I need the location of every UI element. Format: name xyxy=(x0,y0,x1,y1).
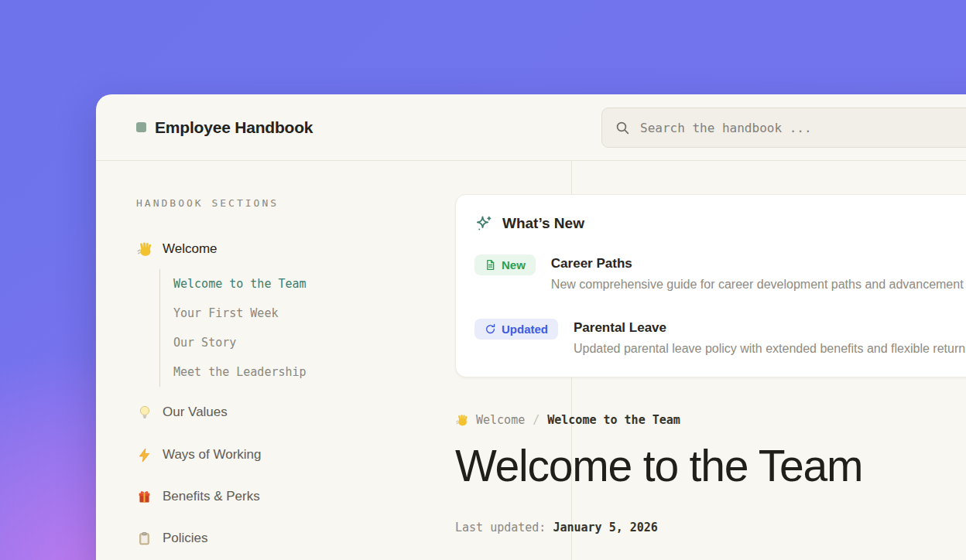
whats-new-item[interactable]: New Career Paths New comprehensive guide… xyxy=(474,256,966,292)
clipboard-icon xyxy=(136,531,152,547)
app-header: Employee Handbook xyxy=(96,94,966,161)
sidebar-item-label: Policies xyxy=(163,531,208,546)
sidebar-item-label: Our Values xyxy=(163,405,228,420)
sidebar-item-ways-of-working[interactable]: Ways of Working xyxy=(136,446,262,464)
main-content: What’s New New xyxy=(455,194,966,534)
breadcrumb-separator: / xyxy=(533,413,540,427)
waving-hand-icon xyxy=(455,414,468,427)
sidebar-sublist-welcome: Welcome to the Team Your First Week Our … xyxy=(159,269,307,387)
refresh-icon xyxy=(485,323,496,335)
lightning-bolt-icon xyxy=(136,447,152,463)
whats-new-header: What’s New xyxy=(474,214,966,233)
breadcrumb: Welcome / Welcome to the Team xyxy=(455,412,966,428)
desktop-background: { "app": { "title": "Employee Handbook" … xyxy=(0,0,966,560)
gift-icon xyxy=(136,489,152,505)
app-title: Employee Handbook xyxy=(155,118,313,137)
whats-new-item-text: Parental Leave Updated parental leave po… xyxy=(574,320,966,357)
whats-new-item-title: Career Paths xyxy=(551,256,966,271)
whats-new-item-desc: Updated parental leave policy with exten… xyxy=(574,341,966,357)
badge-label: Updated xyxy=(502,323,548,336)
sidebar-item-welcome[interactable]: Welcome xyxy=(136,240,218,258)
page-title: Welcome to the Team xyxy=(455,442,966,490)
sidebar-item-our-values[interactable]: Our Values xyxy=(136,403,228,422)
light-bulb-icon xyxy=(136,405,152,421)
last-updated: Last updated: January 5, 2026 xyxy=(455,521,966,534)
document-icon xyxy=(485,259,496,271)
search-bar[interactable] xyxy=(601,108,966,148)
app-window: Employee Handbook HANDBOOK SECTIONS xyxy=(96,94,966,560)
app-body: HANDBOOK SECTIONS Welcome xyxy=(96,161,966,560)
sidebar-subitem-welcome-to-the-team[interactable]: Welcome to the Team xyxy=(173,269,307,299)
breadcrumb-current: Welcome to the Team xyxy=(547,413,680,427)
sidebar-item-label: Welcome xyxy=(163,241,218,257)
waving-hand-icon xyxy=(136,241,152,258)
breadcrumb-section[interactable]: Welcome xyxy=(476,413,525,427)
last-updated-label: Last updated: xyxy=(455,521,546,534)
sidebar-item-policies[interactable]: Policies xyxy=(136,529,208,548)
sidebar-subitem-your-first-week[interactable]: Your First Week xyxy=(173,299,307,328)
last-updated-value: January 5, 2026 xyxy=(553,521,657,534)
sidebar-item-label: Ways of Working xyxy=(163,447,262,463)
sidebar-item-label: Benefits & Perks xyxy=(163,489,260,504)
new-badge: New xyxy=(474,254,536,275)
whats-new-title: What’s New xyxy=(502,215,584,232)
search-icon xyxy=(615,121,630,135)
whats-new-item-title: Parental Leave xyxy=(574,320,966,336)
updated-badge: Updated xyxy=(474,319,558,340)
sidebar-subitem-our-story[interactable]: Our Story xyxy=(173,328,307,357)
app-logo-icon xyxy=(136,122,146,132)
sidebar-item-benefits-perks[interactable]: Benefits & Perks xyxy=(136,487,260,506)
sidebar-subitem-meet-the-leadership[interactable]: Meet the Leadership xyxy=(173,357,307,387)
search-input[interactable] xyxy=(640,121,966,135)
whats-new-card: What’s New New xyxy=(455,194,966,377)
whats-new-item-text: Career Paths New comprehensive guide for… xyxy=(551,256,966,292)
sidebar-section-label: HANDBOOK SECTIONS xyxy=(136,197,279,209)
badge-label: New xyxy=(502,258,526,271)
sparkles-icon xyxy=(474,214,493,233)
whats-new-item-desc: New comprehensive guide for career devel… xyxy=(551,277,966,292)
whats-new-item[interactable]: Updated Parental Leave Updated parental … xyxy=(474,320,966,357)
